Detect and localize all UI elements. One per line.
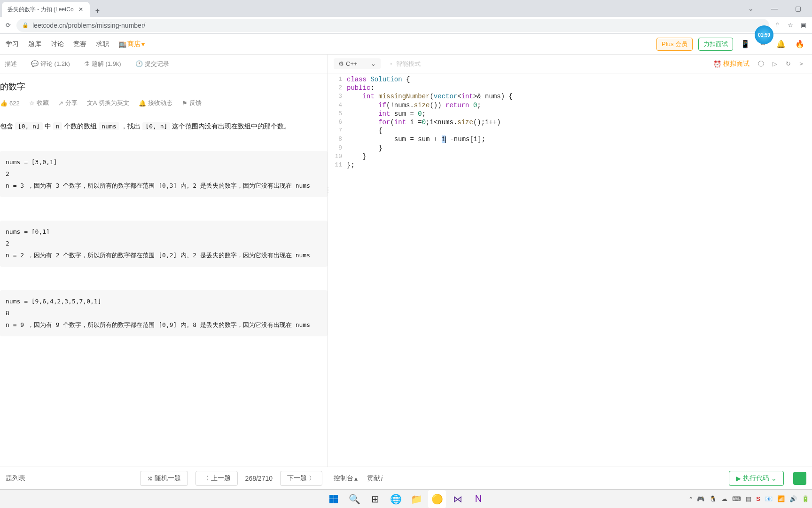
problem-panel: 描述 💬 评论 (1.2k) ⚗ 题解 (1.9k) 🕐 提交记录 的数字 👍 … (0, 55, 328, 467)
language-select[interactable]: ⚙C++ ⌄ (334, 58, 381, 69)
notify-button[interactable]: 🔔 接收动态 (139, 99, 172, 107)
chevron-down-icon: ⌄ (371, 60, 376, 67)
problem-list-button[interactable]: 题列表 (6, 474, 25, 483)
tray-chevron-icon[interactable]: ^ (688, 495, 693, 502)
problem-tabs: 描述 💬 评论 (1.2k) ⚗ 题解 (1.9k) 🕐 提交记录 (0, 55, 328, 73)
address-bar: ⟳ 🔒 leetcode.cn/problems/missing-number/… (0, 17, 812, 34)
interview-button[interactable]: 力扣面试 (698, 38, 733, 51)
tab-solutions[interactable]: ⚗ 题解 (1.9k) (84, 60, 121, 68)
sidebar-icon[interactable]: ▣ (799, 20, 808, 31)
action-row: 👍 622 ☆ 收藏 ↗ 分享 文A 切换为英文 🔔 接收动态 ⚑ 反馈 (0, 99, 328, 107)
phone-icon[interactable]: 📱 (739, 40, 752, 48)
plus-button[interactable]: Plus 会员 (656, 38, 693, 51)
prev-button[interactable]: 〈 上一题 (195, 471, 238, 486)
reload-icon[interactable]: ⟳ (4, 20, 13, 31)
terminal-icon[interactable]: >_ (799, 60, 806, 67)
run-icon[interactable]: ▷ (773, 60, 777, 67)
collect-button[interactable]: ☆ 收藏 (29, 99, 49, 107)
minimize-icon[interactable]: — (765, 0, 784, 17)
chevron-down-icon[interactable]: ⌄ (742, 0, 760, 17)
info-icon[interactable]: ⓘ (758, 60, 764, 68)
reset-icon[interactable]: ↻ (786, 60, 791, 67)
line-gutter: 1 2 3 4 5 6 7 8 9 10 11 (328, 75, 347, 467)
system-tray[interactable]: ^ 🎮🐧☁⌨▤ S 📧📶🔊🔋 (688, 495, 812, 502)
run-code-button[interactable]: ▶ 执行代码 ⌄ (729, 471, 784, 486)
editor-panel: ⚙C++ ⌄ 智能模式 ⏰ 模拟面试 ⓘ ▷ ↻ >_ 1 2 3 4 5 6 … (328, 55, 812, 467)
windows-taskbar: 🔍 ⊞ 🌐 📁 🟡 ⋈ N ^ 🎮🐧☁⌨▤ S 📧📶🔊🔋 (0, 489, 812, 508)
explorer-icon[interactable]: 📁 (407, 490, 425, 508)
example-1: nums = [3,0,1] 2 n = 3 ，因为有 3 个数字，所以所有的数… (0, 151, 328, 197)
timer-badge[interactable]: 01:59 (755, 25, 773, 44)
store-icon: 🏬 (118, 40, 126, 48)
edge-icon[interactable]: 🌐 (387, 490, 405, 508)
window-controls: ⌄ — ▢ (737, 0, 812, 17)
tab-title: 丢失的数字 - 力扣 (LeetCo (8, 6, 74, 14)
nav-store[interactable]: 🏬 商店 ▾ (118, 40, 145, 48)
like-button[interactable]: 👍 622 (0, 100, 20, 107)
nav-jobs[interactable]: 求职 (96, 40, 109, 48)
chrome-icon[interactable]: 🟡 (428, 490, 446, 508)
bell-icon[interactable]: 🔔 (774, 40, 788, 48)
url-text: leetcode.cn/problems/missing-number/ (32, 22, 145, 29)
nav-discuss[interactable]: 讨论 (51, 40, 64, 48)
console-button[interactable]: 控制台 ▴ (334, 474, 358, 483)
translate-button[interactable]: 文A 切换为英文 (87, 99, 130, 107)
start-button[interactable] (325, 490, 343, 508)
example-3: nums = [9,6,4,2,3,5,7,0,1] 8 n = 9 ，因为有 … (0, 290, 328, 336)
maximize-icon[interactable]: ▢ (789, 0, 807, 17)
problem-footer: 题列表 ⤨ 随机一题 〈 上一题 268/2710 下一题 〉 (0, 467, 328, 489)
tab-comments[interactable]: 💬 评论 (1.2k) (31, 60, 70, 68)
site-nav: 学习 题库 讨论 竞赛 求职 🏬 商店 ▾ Plus 会员 力扣面试 📱 ↔ 🔔… (0, 34, 812, 55)
star-icon[interactable]: ☆ (786, 20, 795, 31)
feedback-button[interactable]: ⚑ 反馈 (182, 99, 202, 107)
caret-icon: ▾ (141, 40, 145, 48)
editor-toolbar: ⚙C++ ⌄ 智能模式 ⏰ 模拟面试 ⓘ ▷ ↻ >_ (328, 55, 812, 73)
code-editor[interactable]: 1 2 3 4 5 6 7 8 9 10 11 class Solution {… (328, 73, 812, 467)
search-icon[interactable]: 🔍 (345, 490, 363, 508)
smart-mode-toggle[interactable]: 智能模式 (390, 60, 421, 68)
browser-tab[interactable]: 丢失的数字 - 力扣 (LeetCo ✕ (2, 2, 90, 17)
browser-tab-strip: 丢失的数字 - 力扣 (LeetCo ✕ + ⌄ — ▢ (0, 0, 812, 17)
tab-submissions[interactable]: 🕐 提交记录 (135, 60, 169, 68)
code-area[interactable]: class Solution { public: int missingNumb… (347, 75, 812, 467)
submit-button[interactable] (793, 472, 806, 485)
vs-icon[interactable]: ⋈ (449, 490, 467, 508)
share-icon[interactable]: ⇧ (773, 20, 782, 31)
resize-handle[interactable]: ⋮⋮ (326, 188, 330, 192)
nav-problems[interactable]: 题库 (28, 40, 41, 48)
url-input[interactable]: 🔒 leetcode.cn/problems/missing-number/ (16, 19, 769, 32)
problem-description: 包含 [0, n] 中 n 个数的数组 nums ，找出 [0, n] 这个范围… (0, 120, 328, 132)
nav-study[interactable]: 学习 (6, 40, 19, 48)
problem-content: 的数字 👍 622 ☆ 收藏 ↗ 分享 文A 切换为英文 🔔 接收动态 ⚑ 反馈… (0, 73, 328, 467)
problem-title: 的数字 (0, 81, 328, 92)
contribute-button[interactable]: 贡献 i (367, 474, 383, 483)
share-button[interactable]: ↗ 分享 (58, 99, 78, 107)
random-button[interactable]: ⤨ 随机一题 (140, 471, 188, 486)
example-2: nums = [0,1] 2 n = 2 ，因为有 2 个数字，所以所有的数字都… (0, 221, 328, 267)
position-label: 268/2710 (245, 475, 273, 482)
next-button[interactable]: 下一题 〉 (280, 471, 322, 486)
task-view-icon[interactable]: ⊞ (366, 490, 384, 508)
gear-icon: ⚙ (338, 60, 344, 67)
mock-interview-button[interactable]: ⏰ 模拟面试 (713, 60, 750, 68)
editor-footer: 控制台 ▴ 贡献 i ▶ 执行代码 ⌄ (328, 467, 812, 489)
tab-description[interactable]: 描述 (5, 60, 17, 68)
onenote-icon[interactable]: N (469, 490, 487, 508)
new-tab-button[interactable]: + (92, 5, 103, 17)
close-icon[interactable]: ✕ (78, 5, 84, 14)
fire-icon[interactable]: 🔥 (793, 40, 806, 48)
lock-icon: 🔒 (22, 22, 29, 28)
nav-contest[interactable]: 竞赛 (73, 40, 86, 48)
